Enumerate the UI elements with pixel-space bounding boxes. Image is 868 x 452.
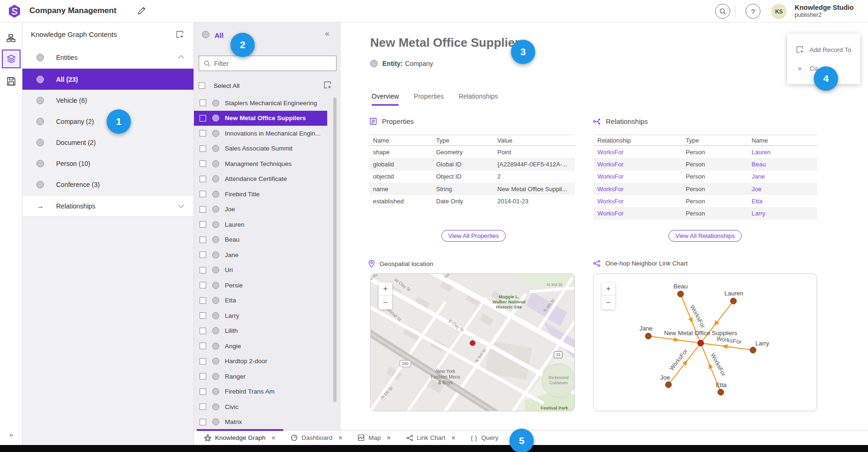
record-row[interactable]: Angie — [194, 338, 341, 354]
graph-node[interactable] — [646, 333, 652, 339]
zoom-out-button[interactable]: − — [602, 296, 615, 309]
table-row[interactable]: WorksForPersonLauren — [594, 146, 817, 158]
view-all-properties-button[interactable]: View All Properties — [441, 230, 506, 242]
table-row[interactable]: WorksForPersonEtta — [594, 195, 817, 207]
record-list-scrollbar[interactable] — [333, 97, 337, 402]
save-tool[interactable] — [2, 72, 21, 91]
record-row[interactable]: Managment Techniques — [194, 156, 341, 172]
record-row[interactable]: Ranger — [194, 369, 341, 384]
record-row[interactable]: Etta — [194, 293, 341, 309]
graph-node[interactable] — [718, 389, 724, 395]
record-checkbox[interactable] — [200, 312, 206, 319]
record-checkbox[interactable] — [200, 403, 206, 410]
record-row[interactable]: Joe — [194, 202, 341, 217]
record-checkbox[interactable] — [200, 176, 206, 182]
zoom-in-button[interactable]: + — [379, 282, 392, 296]
record-checkbox[interactable] — [200, 100, 206, 106]
record-checkbox[interactable] — [200, 267, 206, 273]
geospatial-map[interactable]: + − — [370, 273, 575, 411]
cell-link[interactable]: WorksFor — [594, 149, 682, 156]
detail-tab-relationships[interactable]: Relationships — [459, 93, 498, 106]
view-tab-knowledge-graph[interactable]: Knowledge Graph✕ — [197, 430, 283, 445]
record-checkbox[interactable] — [200, 328, 206, 334]
record-row[interactable]: Attendance Certificate — [194, 172, 341, 187]
map-canvas[interactable]: W Clay St W Marshall St E Clay St N 3rd … — [371, 274, 575, 411]
record-checkbox[interactable] — [200, 251, 206, 258]
view-tab-link-chart[interactable]: Link Chart✕ — [399, 430, 464, 445]
cell-link[interactable]: Lauren — [748, 149, 813, 156]
record-checkbox[interactable] — [200, 388, 206, 395]
zoom-out-button[interactable]: − — [379, 296, 392, 309]
close-tab-icon[interactable]: ✕ — [451, 435, 456, 441]
entity-type-row[interactable]: All (23) — [22, 69, 194, 90]
record-checkbox[interactable] — [200, 282, 206, 288]
record-checkbox[interactable] — [200, 343, 206, 349]
table-row[interactable]: WorksForPersonJane — [594, 171, 817, 183]
expand-rail-button[interactable]: » — [0, 430, 22, 438]
entity-type-row[interactable]: Person (10) — [22, 153, 194, 174]
view-tab-map[interactable]: Map✕ — [350, 430, 398, 445]
detail-tab-overview[interactable]: Overview — [372, 93, 399, 106]
close-tab-icon[interactable]: ✕ — [338, 435, 343, 441]
filter-input[interactable] — [214, 60, 336, 67]
record-checkbox[interactable] — [200, 130, 206, 136]
cell-link[interactable]: Etta — [748, 198, 813, 205]
record-checkbox[interactable] — [200, 237, 206, 243]
entity-type-row[interactable]: Document (2) — [22, 132, 194, 153]
user-info[interactable]: Knowledge Studio publisher2 — [795, 3, 854, 19]
cell-link[interactable]: WorksFor — [594, 186, 682, 193]
cell-link[interactable]: WorksFor — [594, 173, 682, 180]
search-button[interactable] — [715, 4, 730, 19]
graph-node[interactable] — [750, 347, 756, 353]
entities-header-row[interactable]: Entities — [22, 47, 194, 69]
record-row[interactable]: Innovations in Mechanical Engin... — [194, 126, 341, 141]
record-row[interactable]: Civic — [194, 399, 341, 415]
cell-link[interactable]: Joe — [748, 186, 813, 193]
table-row[interactable]: objectidObject ID2 — [369, 171, 575, 183]
record-row[interactable]: New Metal Office Suppliers — [194, 111, 327, 126]
record-row[interactable]: Uri — [194, 263, 341, 278]
record-checkbox[interactable] — [200, 191, 206, 197]
cell-link[interactable]: Beau — [748, 161, 813, 168]
cell-link[interactable]: Larry — [748, 210, 813, 217]
avatar[interactable]: KS — [771, 4, 787, 19]
record-checkbox[interactable] — [200, 115, 206, 122]
cell-link[interactable]: WorksFor — [594, 161, 682, 168]
zoom-in-button[interactable]: + — [602, 282, 615, 296]
table-row[interactable]: establishedDate Only2014-01-23 — [369, 195, 575, 207]
select-all-checkbox[interactable] — [199, 82, 205, 89]
record-checkbox[interactable] — [200, 160, 206, 167]
graph-center-node[interactable] — [698, 340, 704, 346]
entity-type-row[interactable]: Vehicle (6) — [22, 90, 194, 111]
table-row[interactable]: WorksForPersonBeau — [594, 158, 817, 170]
cell-link[interactable]: Jane — [748, 173, 813, 180]
record-row[interactable]: Staplers Mechanical Engineering — [194, 95, 341, 111]
record-row[interactable]: Persie — [194, 278, 341, 293]
detail-tab-properties[interactable]: Properties — [414, 93, 444, 106]
collapse-panel-button[interactable]: « — [325, 29, 329, 38]
view-tab-dashboard[interactable]: Dashboard✕ — [283, 430, 350, 445]
relationships-header-row[interactable]: → Relationships — [22, 195, 194, 217]
layers-tool[interactable] — [2, 50, 21, 68]
link-chart-panel[interactable]: + − WorksForWorksForWorksForWorksForBeau… — [593, 273, 817, 411]
view-tab-query[interactable]: { }Query — [463, 430, 506, 445]
data-model-tool[interactable] — [2, 29, 21, 48]
table-row[interactable]: globalidGlobal ID{A228944F-0EF5-412A-... — [369, 158, 575, 170]
record-checkbox[interactable] — [200, 419, 206, 425]
context-menu-item[interactable]: Add Record To — [787, 40, 860, 59]
record-checkbox[interactable] — [200, 373, 206, 380]
entity-type-row[interactable]: Conference (3) — [22, 174, 194, 195]
record-row[interactable]: Firebird Trans Am — [194, 384, 341, 400]
table-row[interactable]: shapeGeometryPoint — [369, 146, 575, 158]
record-row[interactable]: Lauren — [194, 217, 341, 232]
view-all-relationships-button[interactable]: View All Relationships — [668, 230, 742, 242]
record-checkbox[interactable] — [200, 145, 206, 152]
record-checkbox[interactable] — [200, 206, 206, 213]
table-row[interactable]: WorksForPersonLarry — [594, 207, 817, 219]
add-record-button[interactable] — [323, 80, 333, 90]
list-header-title[interactable]: All — [215, 31, 223, 39]
record-checkbox[interactable] — [200, 297, 206, 304]
record-checkbox[interactable] — [200, 358, 206, 365]
add-record-button[interactable] — [175, 29, 185, 40]
help-button[interactable]: ? — [746, 4, 760, 19]
